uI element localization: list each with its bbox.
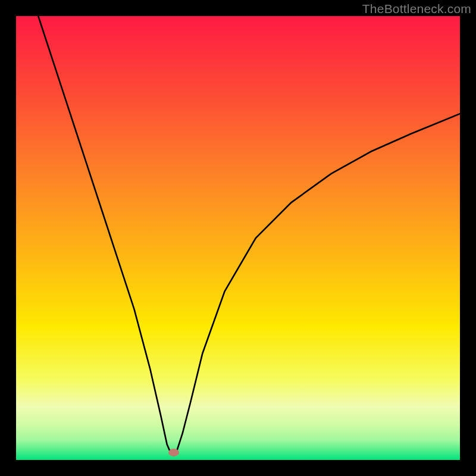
chart-frame: TheBottleneck.com — [0, 0, 476, 476]
plot-area — [16, 16, 460, 460]
attribution-text: TheBottleneck.com — [362, 2, 471, 16]
optimum-marker — [168, 449, 179, 456]
bottleneck-curve — [16, 16, 460, 460]
